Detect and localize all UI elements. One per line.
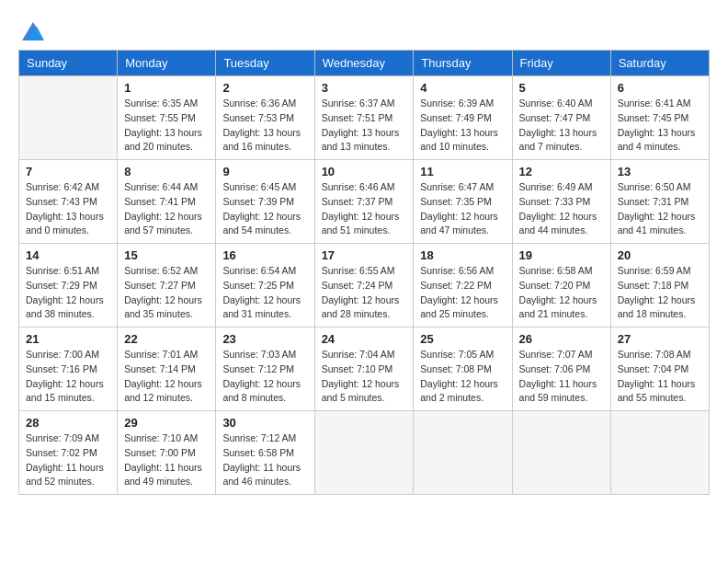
col-header-thursday: Thursday xyxy=(414,51,512,76)
calendar-cell: 12Sunrise: 6:49 AMSunset: 7:33 PMDayligh… xyxy=(512,160,610,244)
day-info: Sunrise: 6:50 AMSunset: 7:31 PMDaylight:… xyxy=(618,180,702,238)
logo xyxy=(18,18,46,42)
day-info: Sunrise: 7:09 AMSunset: 7:02 PMDaylight:… xyxy=(26,431,110,489)
week-row-5: 28Sunrise: 7:09 AMSunset: 7:02 PMDayligh… xyxy=(19,411,710,495)
day-info: Sunrise: 6:59 AMSunset: 7:18 PMDaylight:… xyxy=(618,264,702,322)
calendar-cell: 24Sunrise: 7:04 AMSunset: 7:10 PMDayligh… xyxy=(314,327,414,411)
day-number: 8 xyxy=(124,165,209,178)
calendar-cell: 15Sunrise: 6:52 AMSunset: 7:27 PMDayligh… xyxy=(118,244,216,327)
day-info: Sunrise: 6:40 AMSunset: 7:47 PMDaylight:… xyxy=(519,97,604,155)
calendar-cell: 7Sunrise: 6:42 AMSunset: 7:43 PMDaylight… xyxy=(19,160,118,244)
logo-icon xyxy=(20,18,46,44)
day-info: Sunrise: 6:47 AMSunset: 7:35 PMDaylight:… xyxy=(420,180,505,238)
day-number: 4 xyxy=(420,81,505,95)
day-number: 12 xyxy=(519,165,604,178)
calendar-cell: 29Sunrise: 7:10 AMSunset: 7:00 PMDayligh… xyxy=(118,411,216,495)
day-info: Sunrise: 6:45 AMSunset: 7:39 PMDaylight:… xyxy=(222,180,307,238)
col-header-monday: Monday xyxy=(118,51,216,76)
calendar-cell: 13Sunrise: 6:50 AMSunset: 7:31 PMDayligh… xyxy=(610,160,709,244)
day-info: Sunrise: 6:36 AMSunset: 7:53 PMDaylight:… xyxy=(222,97,307,155)
day-info: Sunrise: 7:07 AMSunset: 7:06 PMDaylight:… xyxy=(519,348,604,406)
calendar-cell: 1Sunrise: 6:35 AMSunset: 7:55 PMDaylight… xyxy=(118,76,216,160)
day-number: 20 xyxy=(618,248,702,262)
calendar-cell: 27Sunrise: 7:08 AMSunset: 7:04 PMDayligh… xyxy=(610,327,709,411)
day-info: Sunrise: 6:52 AMSunset: 7:27 PMDaylight:… xyxy=(124,264,209,322)
day-number: 30 xyxy=(222,416,307,430)
calendar-cell xyxy=(610,411,709,495)
day-info: Sunrise: 6:54 AMSunset: 7:25 PMDaylight:… xyxy=(222,264,307,322)
header xyxy=(18,17,710,42)
calendar-cell xyxy=(414,411,512,495)
day-number: 21 xyxy=(26,332,110,346)
calendar-cell: 30Sunrise: 7:12 AMSunset: 6:58 PMDayligh… xyxy=(216,411,314,495)
day-number: 25 xyxy=(420,332,505,346)
week-row-3: 14Sunrise: 6:51 AMSunset: 7:29 PMDayligh… xyxy=(19,244,710,327)
calendar-cell: 5Sunrise: 6:40 AMSunset: 7:47 PMDaylight… xyxy=(512,76,610,160)
day-number: 15 xyxy=(124,248,209,262)
day-info: Sunrise: 7:12 AMSunset: 6:58 PMDaylight:… xyxy=(222,431,307,489)
calendar-cell: 17Sunrise: 6:55 AMSunset: 7:24 PMDayligh… xyxy=(314,244,414,327)
calendar-cell xyxy=(512,411,610,495)
day-info: Sunrise: 6:46 AMSunset: 7:37 PMDaylight:… xyxy=(322,180,407,238)
day-info: Sunrise: 6:58 AMSunset: 7:20 PMDaylight:… xyxy=(519,264,604,322)
day-number: 26 xyxy=(519,332,604,346)
col-header-saturday: Saturday xyxy=(610,51,709,76)
day-info: Sunrise: 6:37 AMSunset: 7:51 PMDaylight:… xyxy=(322,97,407,155)
day-info: Sunrise: 7:00 AMSunset: 7:16 PMDaylight:… xyxy=(26,348,110,406)
day-info: Sunrise: 7:03 AMSunset: 7:12 PMDaylight:… xyxy=(222,348,307,406)
col-header-wednesday: Wednesday xyxy=(314,51,414,76)
calendar-cell xyxy=(19,76,118,160)
calendar-cell: 14Sunrise: 6:51 AMSunset: 7:29 PMDayligh… xyxy=(19,244,118,327)
day-info: Sunrise: 6:55 AMSunset: 7:24 PMDaylight:… xyxy=(322,264,407,322)
day-number: 14 xyxy=(26,248,110,262)
day-info: Sunrise: 7:04 AMSunset: 7:10 PMDaylight:… xyxy=(322,348,407,406)
calendar-cell: 20Sunrise: 6:59 AMSunset: 7:18 PMDayligh… xyxy=(610,244,709,327)
day-number: 6 xyxy=(618,81,702,95)
calendar-cell: 22Sunrise: 7:01 AMSunset: 7:14 PMDayligh… xyxy=(118,327,216,411)
calendar-cell: 4Sunrise: 6:39 AMSunset: 7:49 PMDaylight… xyxy=(414,76,512,160)
day-number: 29 xyxy=(124,416,209,430)
calendar-header-row: SundayMondayTuesdayWednesdayThursdayFrid… xyxy=(19,51,710,76)
calendar-table: SundayMondayTuesdayWednesdayThursdayFrid… xyxy=(18,50,710,495)
day-info: Sunrise: 7:05 AMSunset: 7:08 PMDaylight:… xyxy=(420,348,505,406)
col-header-friday: Friday xyxy=(512,51,610,76)
page: SundayMondayTuesdayWednesdayThursdayFrid… xyxy=(0,0,728,511)
day-info: Sunrise: 6:44 AMSunset: 7:41 PMDaylight:… xyxy=(124,180,209,238)
day-number: 3 xyxy=(322,81,407,95)
day-number: 10 xyxy=(322,165,407,178)
calendar-cell: 3Sunrise: 6:37 AMSunset: 7:51 PMDaylight… xyxy=(314,76,414,160)
day-info: Sunrise: 7:10 AMSunset: 7:00 PMDaylight:… xyxy=(124,431,209,489)
day-number: 19 xyxy=(519,248,604,262)
week-row-1: 1Sunrise: 6:35 AMSunset: 7:55 PMDaylight… xyxy=(19,76,710,160)
day-number: 2 xyxy=(222,81,307,95)
day-number: 28 xyxy=(26,416,110,430)
day-info: Sunrise: 6:39 AMSunset: 7:49 PMDaylight:… xyxy=(420,97,505,155)
calendar-cell: 9Sunrise: 6:45 AMSunset: 7:39 PMDaylight… xyxy=(216,160,314,244)
day-info: Sunrise: 6:49 AMSunset: 7:33 PMDaylight:… xyxy=(519,180,604,238)
day-number: 22 xyxy=(124,332,209,346)
calendar-cell: 26Sunrise: 7:07 AMSunset: 7:06 PMDayligh… xyxy=(512,327,610,411)
calendar-cell: 16Sunrise: 6:54 AMSunset: 7:25 PMDayligh… xyxy=(216,244,314,327)
day-number: 17 xyxy=(322,248,407,262)
calendar-cell: 23Sunrise: 7:03 AMSunset: 7:12 PMDayligh… xyxy=(216,327,314,411)
week-row-2: 7Sunrise: 6:42 AMSunset: 7:43 PMDaylight… xyxy=(19,160,710,244)
day-number: 1 xyxy=(124,81,209,95)
week-row-4: 21Sunrise: 7:00 AMSunset: 7:16 PMDayligh… xyxy=(19,327,710,411)
day-number: 7 xyxy=(26,165,110,178)
day-info: Sunrise: 6:56 AMSunset: 7:22 PMDaylight:… xyxy=(420,264,505,322)
day-info: Sunrise: 6:35 AMSunset: 7:55 PMDaylight:… xyxy=(124,97,209,155)
calendar-cell: 25Sunrise: 7:05 AMSunset: 7:08 PMDayligh… xyxy=(414,327,512,411)
calendar-cell: 21Sunrise: 7:00 AMSunset: 7:16 PMDayligh… xyxy=(19,327,118,411)
day-number: 13 xyxy=(618,165,702,178)
day-number: 5 xyxy=(519,81,604,95)
col-header-sunday: Sunday xyxy=(19,51,118,76)
day-info: Sunrise: 6:42 AMSunset: 7:43 PMDaylight:… xyxy=(26,180,110,238)
calendar-cell: 2Sunrise: 6:36 AMSunset: 7:53 PMDaylight… xyxy=(216,76,314,160)
calendar-cell xyxy=(314,411,414,495)
calendar-cell: 8Sunrise: 6:44 AMSunset: 7:41 PMDaylight… xyxy=(118,160,216,244)
day-info: Sunrise: 6:41 AMSunset: 7:45 PMDaylight:… xyxy=(618,97,702,155)
calendar-cell: 19Sunrise: 6:58 AMSunset: 7:20 PMDayligh… xyxy=(512,244,610,327)
day-number: 27 xyxy=(618,332,702,346)
day-number: 16 xyxy=(222,248,307,262)
day-number: 24 xyxy=(322,332,407,346)
